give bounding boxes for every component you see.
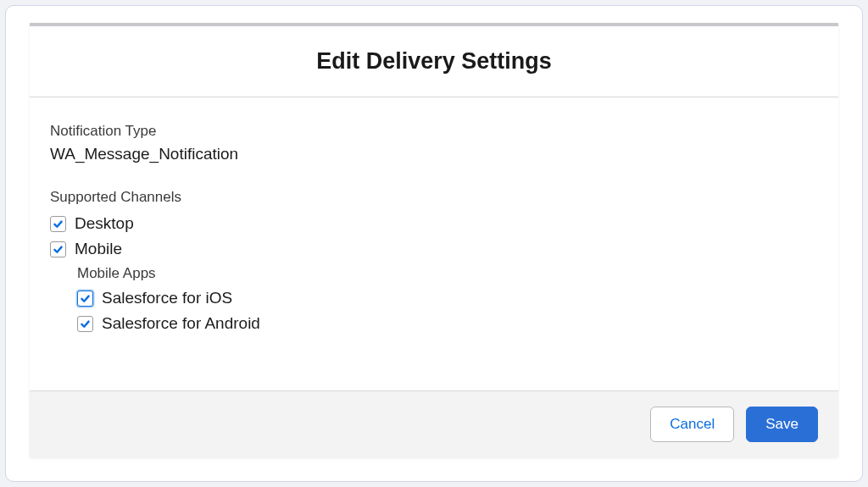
mobile-app-android-row: Salesforce for Android — [77, 314, 818, 333]
salesforce-android-checkbox[interactable] — [77, 316, 93, 332]
mobile-apps-section: Mobile Apps Salesforce for iOS Salesforc… — [77, 265, 818, 333]
channel-desktop-row: Desktop — [50, 214, 818, 233]
outer-frame: Edit Delivery Settings Notification Type… — [5, 5, 863, 482]
salesforce-android-label: Salesforce for Android — [102, 314, 260, 333]
modal-body: Notification Type WA_Message_Notificatio… — [30, 97, 838, 390]
supported-channels-label: Supported Channels — [50, 189, 818, 206]
mobile-checkbox[interactable] — [50, 241, 66, 257]
check-icon — [53, 244, 64, 255]
notification-type-label: Notification Type — [50, 123, 818, 140]
edit-delivery-settings-modal: Edit Delivery Settings Notification Type… — [30, 23, 838, 457]
mobile-apps-label: Mobile Apps — [77, 265, 818, 282]
salesforce-ios-checkbox[interactable] — [77, 291, 93, 307]
check-icon — [80, 318, 91, 329]
check-icon — [53, 219, 64, 230]
cancel-button[interactable]: Cancel — [650, 407, 734, 442]
mobile-app-ios-row: Salesforce for iOS — [77, 289, 818, 307]
modal-header: Edit Delivery Settings — [30, 26, 838, 97]
mobile-checkbox-label: Mobile — [75, 240, 122, 258]
modal-title: Edit Delivery Settings — [30, 48, 838, 75]
desktop-checkbox-label: Desktop — [75, 214, 134, 233]
modal-footer: Cancel Save — [30, 390, 838, 457]
desktop-checkbox[interactable] — [50, 216, 66, 232]
save-button[interactable]: Save — [746, 407, 818, 442]
salesforce-ios-label: Salesforce for iOS — [102, 289, 232, 307]
notification-type-value: WA_Message_Notification — [50, 145, 818, 163]
check-icon — [80, 293, 91, 304]
channel-mobile-row: Mobile — [50, 240, 818, 258]
